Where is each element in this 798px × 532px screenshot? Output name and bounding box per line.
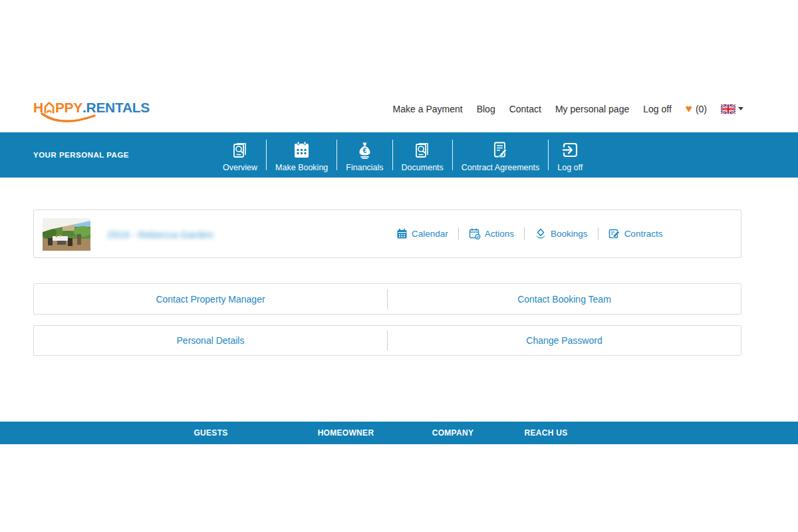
- footer-col-guests[interactable]: GUESTS: [194, 428, 227, 438]
- property-actions: Calendar Actions Bookings: [396, 210, 662, 257]
- document-edit-icon: [608, 228, 620, 239]
- links-row: Contact Property Manager Contact Booking…: [34, 284, 741, 314]
- property-link-label: Bookings: [551, 229, 588, 239]
- contact-booking-team-link[interactable]: Contact Booking Team: [517, 294, 611, 305]
- top-header: H PPY .RENTALS Make a Payment Blog Conta…: [0, 85, 798, 132]
- language-selector[interactable]: [721, 104, 743, 114]
- nav-label: Documents: [402, 163, 444, 172]
- nav-item-contract-agreements[interactable]: Contract Agreements: [453, 132, 548, 178]
- nav-item-financials[interactable]: € Financials: [337, 132, 392, 178]
- personal-page-bar: YOUR PERSONAL PAGE Overview: [0, 132, 798, 178]
- exit-icon: [561, 141, 579, 160]
- garden-photo: [43, 218, 90, 251]
- calendar-icon: [293, 141, 311, 160]
- top-nav: Make a Payment Blog Contact My personal …: [393, 85, 743, 132]
- book-magnifier-icon: [231, 141, 249, 160]
- top-nav-make-a-payment[interactable]: Make a Payment: [393, 104, 463, 114]
- calendar-icon: [396, 228, 408, 239]
- link-separator: [524, 227, 525, 240]
- nav-item-overview[interactable]: Overview: [214, 132, 266, 178]
- link-separator: [598, 227, 598, 240]
- chevron-down-icon: [738, 107, 743, 110]
- nav-label: Contract Agreements: [462, 163, 539, 172]
- personal-page-label: YOUR PERSONAL PAGE: [33, 151, 129, 159]
- favorites-count: (0): [696, 104, 707, 114]
- property-link-label: Calendar: [412, 229, 448, 239]
- nav-item-documents[interactable]: Documents: [393, 132, 452, 178]
- happy-rentals-logo[interactable]: H PPY .RENTALS: [33, 100, 150, 116]
- contact-property-manager-link[interactable]: Contact Property Manager: [156, 294, 265, 305]
- contact-property-manager-cell: Contact Property Manager: [34, 293, 387, 305]
- favorites-button[interactable]: ♥ (0): [686, 103, 707, 114]
- property-link-bookings[interactable]: Bookings: [535, 228, 588, 239]
- nav-label: Make Booking: [275, 163, 328, 172]
- nav-label: Overview: [223, 163, 257, 172]
- contact-booking-team-cell: Contact Booking Team: [388, 293, 741, 305]
- account-links-card: Personal Details Change Password: [33, 325, 741, 356]
- change-password-link[interactable]: Change Password: [526, 335, 602, 346]
- personal-page-nav: Overview Make Booking €: [214, 132, 591, 178]
- property-link-label: Actions: [485, 229, 514, 239]
- svg-text:€: €: [363, 147, 367, 154]
- heart-icon: ♥: [686, 103, 692, 114]
- footer-col-homeowner[interactable]: HOMEOWNER: [318, 428, 374, 438]
- property-link-contracts[interactable]: Contracts: [608, 228, 663, 239]
- change-password-cell: Change Password: [388, 334, 741, 346]
- personal-details-link[interactable]: Personal Details: [177, 335, 245, 346]
- property-title[interactable]: 2919 - Rebecca Garden: [107, 228, 213, 239]
- nav-item-log-off[interactable]: Log off: [549, 132, 591, 178]
- uk-flag-icon: [721, 104, 735, 114]
- top-nav-my-personal-page[interactable]: My personal page: [555, 104, 629, 114]
- footer-col-reach-us[interactable]: REACH US: [524, 428, 567, 438]
- property-link-label: Contracts: [624, 229, 663, 239]
- link-separator: [458, 227, 459, 240]
- book-magnifier-icon: [414, 141, 432, 160]
- property-link-actions[interactable]: Actions: [469, 228, 514, 239]
- top-nav-log-off[interactable]: Log off: [643, 104, 672, 114]
- smile-swoosh-icon: [40, 112, 97, 126]
- footer-bar: GUESTS HOMEOWNER COMPANY REACH US: [0, 422, 798, 444]
- nav-label: Financials: [346, 163, 383, 172]
- personal-details-cell: Personal Details: [34, 334, 387, 346]
- property-link-calendar[interactable]: Calendar: [396, 228, 448, 239]
- booking-icon: [535, 228, 547, 239]
- contact-links-card: Contact Property Manager Contact Booking…: [33, 283, 741, 315]
- nav-item-make-booking[interactable]: Make Booking: [267, 132, 336, 178]
- top-nav-blog[interactable]: Blog: [477, 104, 495, 114]
- footer-col-company[interactable]: COMPANY: [432, 428, 474, 438]
- property-card: 2919 - Rebecca Garden Calendar: [33, 209, 741, 258]
- property-thumbnail[interactable]: [43, 218, 90, 251]
- document-pen-icon: [491, 141, 509, 160]
- money-bag-icon: €: [356, 141, 374, 160]
- nav-label: Log off: [557, 163, 583, 172]
- calendar-check-icon: [469, 228, 481, 239]
- links-row: Personal Details Change Password: [34, 326, 741, 355]
- top-nav-contact[interactable]: Contact: [509, 104, 541, 114]
